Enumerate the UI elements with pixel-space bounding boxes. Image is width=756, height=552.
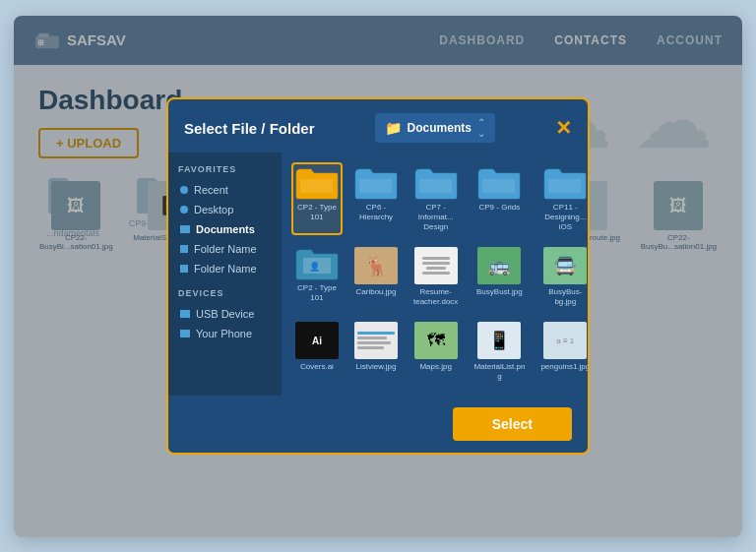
file-label: Resume-teacher.docx [413, 287, 458, 306]
file-cell-caribou[interactable]: 🦌 Caribou.jpg [350, 243, 402, 310]
svg-rect-5 [419, 179, 452, 193]
chevron-icon: ⌃⌄ [477, 117, 485, 139]
svg-rect-7 [548, 179, 581, 193]
file-cell-covers[interactable]: Ai Covers.ai [291, 318, 343, 385]
file-cell-cp6[interactable]: CP6 - Hierarchy [350, 162, 402, 235]
sidebar-usb-icon [180, 310, 190, 318]
file-thumb: 📱 [477, 322, 521, 359]
file-thumb: 🗺 [414, 322, 458, 359]
app-wrapper: ⊞ SAFSAV DASHBOARD CONTACTS ACCOUNT ☁ ☁ … [14, 16, 742, 537]
svg-rect-3 [300, 179, 333, 193]
sidebar-dot-icon [180, 186, 188, 194]
file-label: BusyBust.jpg [476, 287, 523, 297]
file-label: Listview.jpg [356, 362, 397, 372]
sidebar-item-folder1[interactable]: Folder Name [178, 239, 272, 259]
file-thumb [354, 322, 398, 359]
file-label: CP2 - Type 101 [295, 203, 339, 221]
modal-footer: Select [168, 396, 588, 453]
folder-selector-icon: 📁 [385, 120, 402, 136]
file-thumb: 🚍 [543, 247, 587, 284]
sidebar-item-folder2[interactable]: Folder Name [178, 259, 272, 278]
files-grid: CP2 - Type 101 CP6 - Hierarchy CP7 - Inf… [291, 162, 590, 385]
sidebar-folder-icon [180, 245, 188, 253]
sidebar-folder-icon [180, 225, 190, 233]
file-label: Maps.jpg [419, 362, 451, 372]
file-cell-busybusbg[interactable]: 🚍 BusyBus-bg.jpg [536, 243, 590, 310]
file-label: CP2 - Type 101 [295, 283, 339, 302]
file-cell-listview[interactable]: Listview.jpg [350, 318, 402, 385]
file-cell-cp2[interactable]: CP2 - Type 101 [291, 162, 343, 235]
favorites-section-title: FAVORITES [178, 164, 272, 174]
close-button[interactable]: ✕ [555, 118, 572, 138]
file-cell-cp9[interactable]: CP9 - Grids [470, 162, 529, 235]
sidebar-item-usb[interactable]: USB Device [178, 304, 272, 324]
sidebar-item-phone[interactable]: Your Phone [178, 324, 272, 343]
svg-text:👤: 👤 [309, 261, 321, 273]
select-button[interactable]: Select [453, 407, 572, 441]
file-label: Caribou.jpg [356, 287, 397, 297]
file-label: Covers.ai [300, 362, 334, 372]
file-cell-cp7[interactable]: CP7 - Informat... Design [410, 162, 462, 235]
modal-overlay: Select File / Folder 📁 Documents ⌃⌄ ✕ FA… [14, 16, 742, 537]
file-label: CP7 - Informat... Design [413, 203, 458, 231]
file-cell-penguins[interactable]: a ≡ 1 penguins1.jpg [536, 318, 590, 385]
sidebar-label: Folder Name [194, 263, 257, 275]
sidebar-item-documents[interactable]: Documents [178, 219, 272, 239]
file-thumb: 🦌 [354, 247, 398, 284]
sidebar-label: Your Phone [196, 328, 252, 339]
modal-title: Select File / Folder [184, 120, 315, 137]
file-label: BusyBus-bg.jpg [540, 287, 590, 306]
sidebar-phone-icon [180, 330, 190, 337]
sidebar-item-recent[interactable]: Recent [178, 180, 272, 200]
modal-body: FAVORITES Recent Desktop Documents [168, 153, 588, 395]
file-label: MaterialList.pn g [473, 362, 525, 381]
sidebar-label: USB Device [196, 308, 254, 320]
file-label: CP6 - Hierarchy [354, 203, 398, 221]
folder-selector-dropdown[interactable]: 📁 Documents ⌃⌄ [375, 113, 495, 143]
file-cell-cp11[interactable]: CP11 - Designing... iOS [536, 162, 590, 235]
svg-rect-6 [482, 179, 515, 193]
modal-sidebar: FAVORITES Recent Desktop Documents [168, 153, 282, 395]
file-picker-modal: Select File / Folder 📁 Documents ⌃⌄ ✕ FA… [166, 97, 590, 454]
file-cell-busybust[interactable]: 🚌 BusyBust.jpg [470, 243, 529, 310]
sidebar-label: Documents [196, 223, 255, 235]
sidebar-label: Desktop [194, 204, 233, 215]
file-thumb [414, 247, 458, 284]
file-label: penguins1.jpg [540, 362, 590, 372]
file-cell-resume[interactable]: Resume-teacher.docx [410, 243, 462, 310]
file-cell-materiallist[interactable]: 📱 MaterialList.pn g [470, 318, 529, 385]
sidebar-label: Folder Name [194, 243, 257, 255]
modal-files-grid: CP2 - Type 101 CP6 - Hierarchy CP7 - Inf… [282, 153, 590, 395]
file-thumb: 🚌 [477, 247, 521, 284]
file-label: CP11 - Designing... iOS [540, 203, 590, 231]
file-thumb: Ai [295, 322, 339, 359]
file-thumb: a ≡ 1 [543, 322, 587, 359]
sidebar-dot-icon [180, 206, 188, 214]
file-cell-maps[interactable]: 🗺 Maps.jpg [410, 318, 462, 385]
sidebar-item-desktop[interactable]: Desktop [178, 200, 272, 219]
devices-section-title: DEVICES [178, 288, 272, 298]
sidebar-label: Recent [194, 184, 228, 196]
svg-rect-4 [359, 179, 392, 193]
file-label: CP9 - Grids [478, 203, 520, 213]
folder-selector-label: Documents [408, 121, 472, 135]
modal-header: Select File / Folder 📁 Documents ⌃⌄ ✕ [168, 99, 588, 153]
file-cell-cp2b[interactable]: 👤 CP2 - Type 101 [291, 243, 343, 310]
sidebar-folder-icon [180, 265, 188, 273]
